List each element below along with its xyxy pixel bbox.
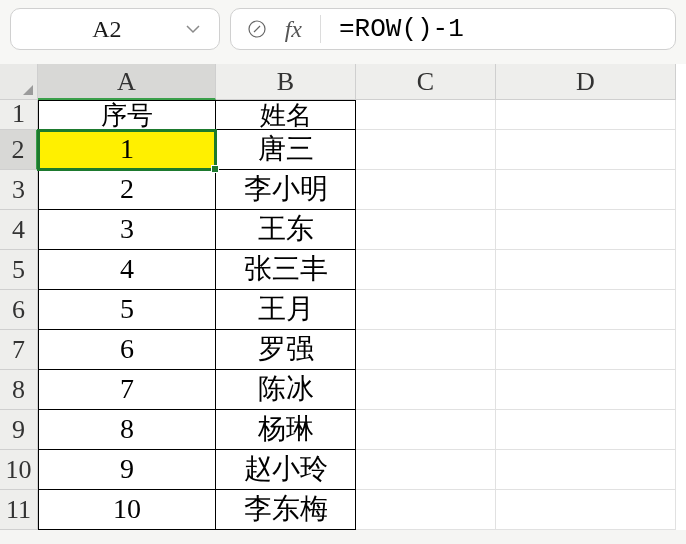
cell-d1[interactable] xyxy=(496,100,676,130)
cell-d3[interactable] xyxy=(496,170,676,210)
svg-line-1 xyxy=(254,26,260,32)
cell-c6[interactable] xyxy=(356,290,496,330)
cell-b1[interactable]: 姓名 xyxy=(216,100,356,130)
cell-b11[interactable]: 李东梅 xyxy=(216,490,356,530)
cell-d9[interactable] xyxy=(496,410,676,450)
cell-a6[interactable]: 5 xyxy=(38,290,216,330)
row-header[interactable]: 11 xyxy=(0,490,38,530)
formula-bar: A2 fx xyxy=(0,0,686,64)
row-header[interactable]: 1 xyxy=(0,100,38,130)
cell-a10[interactable]: 9 xyxy=(38,450,216,490)
row-header[interactable]: 7 xyxy=(0,330,38,370)
cell-d8[interactable] xyxy=(496,370,676,410)
fx-label[interactable]: fx xyxy=(285,16,302,43)
cell-a1[interactable]: 序号 xyxy=(38,100,216,130)
cell-c5[interactable] xyxy=(356,250,496,290)
cell-d5[interactable] xyxy=(496,250,676,290)
cell-d4[interactable] xyxy=(496,210,676,250)
row-header[interactable]: 6 xyxy=(0,290,38,330)
row-header[interactable]: 3 xyxy=(0,170,38,210)
cell-b10[interactable]: 赵小玲 xyxy=(216,450,356,490)
name-box[interactable]: A2 xyxy=(10,8,220,50)
cell-c3[interactable] xyxy=(356,170,496,210)
cell-c1[interactable] xyxy=(356,100,496,130)
cell-d7[interactable] xyxy=(496,330,676,370)
divider xyxy=(320,15,321,43)
cell-a11[interactable]: 10 xyxy=(38,490,216,530)
cell-c2[interactable] xyxy=(356,130,496,170)
cell-c9[interactable] xyxy=(356,410,496,450)
cell-b9[interactable]: 杨琳 xyxy=(216,410,356,450)
fill-handle[interactable] xyxy=(211,165,219,173)
cell-b4[interactable]: 王东 xyxy=(216,210,356,250)
formula-input[interactable] xyxy=(339,14,659,44)
cell-c11[interactable] xyxy=(356,490,496,530)
cell-a4[interactable]: 3 xyxy=(38,210,216,250)
col-header-b[interactable]: B xyxy=(216,64,356,100)
cell-a2[interactable]: 1 xyxy=(38,130,216,170)
cell-b7[interactable]: 罗强 xyxy=(216,330,356,370)
cell-a5[interactable]: 4 xyxy=(38,250,216,290)
cell-b6[interactable]: 王月 xyxy=(216,290,356,330)
row-header[interactable]: 9 xyxy=(0,410,38,450)
cell-d10[interactable] xyxy=(496,450,676,490)
chevron-down-icon[interactable] xyxy=(185,21,201,37)
cell-a3[interactable]: 2 xyxy=(38,170,216,210)
cell-a7[interactable]: 6 xyxy=(38,330,216,370)
select-all-corner[interactable] xyxy=(0,64,38,100)
row-header[interactable]: 10 xyxy=(0,450,38,490)
row-header[interactable]: 4 xyxy=(0,210,38,250)
col-header-a[interactable]: A xyxy=(38,64,216,100)
cell-d11[interactable] xyxy=(496,490,676,530)
col-header-d[interactable]: D xyxy=(496,64,676,100)
cell-a9[interactable]: 8 xyxy=(38,410,216,450)
cell-c10[interactable] xyxy=(356,450,496,490)
cell-b2[interactable]: 唐三 xyxy=(216,130,356,170)
cell-d2[interactable] xyxy=(496,130,676,170)
cell-b3[interactable]: 李小明 xyxy=(216,170,356,210)
col-header-c[interactable]: C xyxy=(356,64,496,100)
row-header[interactable]: 8 xyxy=(0,370,38,410)
row-header[interactable]: 5 xyxy=(0,250,38,290)
formula-group: fx xyxy=(230,8,676,50)
cell-a8[interactable]: 7 xyxy=(38,370,216,410)
cell-c8[interactable] xyxy=(356,370,496,410)
cell-b8[interactable]: 陈冰 xyxy=(216,370,356,410)
row-header[interactable]: 2 xyxy=(0,130,38,170)
cell-b5[interactable]: 张三丰 xyxy=(216,250,356,290)
spreadsheet-grid: A B C D 1 序号 姓名 2 1 唐三 3 2 李小明 4 3 王东 5 … xyxy=(0,64,686,530)
cell-d6[interactable] xyxy=(496,290,676,330)
cancel-formula-icon[interactable] xyxy=(247,19,267,39)
cell-c4[interactable] xyxy=(356,210,496,250)
name-box-value: A2 xyxy=(29,16,185,43)
cell-c7[interactable] xyxy=(356,330,496,370)
